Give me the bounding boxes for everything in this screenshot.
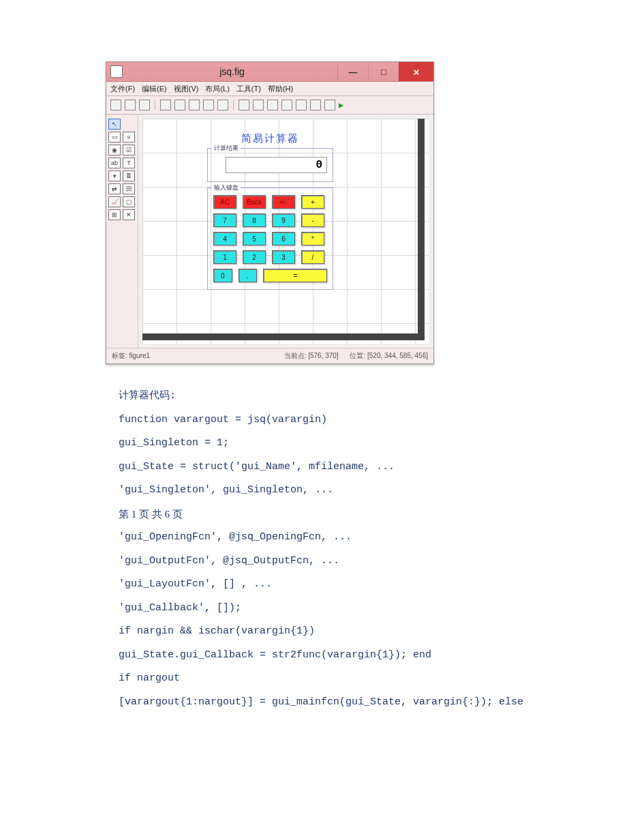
key-4[interactable]: 4: [213, 232, 236, 245]
close-button[interactable]: ×: [399, 62, 433, 81]
key-ac[interactable]: AC: [213, 195, 236, 209]
tool-align-icon[interactable]: [239, 100, 249, 110]
tool-open-icon[interactable]: [125, 100, 136, 110]
tool-save-icon[interactable]: [139, 100, 150, 110]
palette-table-icon[interactable]: 田: [123, 183, 135, 194]
minimize-button[interactable]: —: [337, 62, 368, 81]
keypad-panel: 输入键盘 AC Back +/- + 7 8 9 -: [207, 188, 333, 290]
tool-paste-icon[interactable]: [189, 100, 200, 110]
code-line: gui_Singleton = 1;: [119, 432, 562, 456]
tool-undo-icon[interactable]: [203, 100, 214, 110]
key-div[interactable]: /: [301, 250, 324, 264]
palette-edit-icon[interactable]: ab: [108, 158, 121, 168]
palette-pushbutton-icon[interactable]: ▭: [108, 132, 121, 143]
menu-file[interactable]: 文件(F): [110, 84, 135, 94]
toolbar: ▶: [106, 96, 433, 115]
calculator-ui: 简易计算器 计算结果 0 输入键盘 AC Back +/- +: [207, 132, 333, 290]
key-9[interactable]: 9: [272, 213, 295, 227]
tool-copy-icon[interactable]: [174, 100, 185, 110]
palette-static-icon[interactable]: T: [123, 158, 135, 168]
code-header: 计算器代码:: [119, 385, 562, 408]
menu-edit[interactable]: 编辑(E): [142, 84, 167, 94]
keypad-legend: 输入键盘: [212, 183, 241, 192]
key-6[interactable]: 6: [272, 232, 295, 245]
key-sign[interactable]: +/-: [272, 195, 295, 209]
tool-toolbar-editor-icon[interactable]: [281, 100, 292, 110]
key-1[interactable]: 1: [213, 250, 236, 264]
key-dot[interactable]: .: [239, 269, 258, 282]
code-line: gui_State.gui_Callback = str2func(vararg…: [119, 644, 562, 668]
key-eq[interactable]: =: [263, 269, 327, 282]
tool-mfile-editor-icon[interactable]: [296, 100, 307, 110]
tool-tab-order-icon[interactable]: [267, 100, 278, 110]
toolbar-separator: [233, 100, 234, 110]
key-2[interactable]: 2: [243, 250, 266, 264]
code-line: 'gui_OpeningFcn', @jsq_OpeningFcn, ...: [119, 526, 562, 550]
statusbar: 标签: figure1 当前点: [576, 370] 位置: [520, 34…: [106, 348, 433, 363]
tool-menu-editor-icon[interactable]: [253, 100, 264, 110]
palette-axes-icon[interactable]: 📈: [108, 196, 121, 207]
window-title: jsq.fig: [127, 66, 337, 77]
tool-cut-icon[interactable]: [160, 100, 171, 110]
tool-object-browser-icon[interactable]: [324, 100, 335, 110]
result-panel: 计算结果 0: [207, 148, 333, 182]
code-line: if nargin && ischar(varargin{1}): [119, 620, 562, 644]
code-line: function varargout = jsq(varargin): [119, 408, 562, 432]
key-plus[interactable]: +: [301, 195, 324, 209]
key-minus[interactable]: -: [301, 213, 324, 227]
guide-window: jsq.fig — □ × 文件(F) 编辑(E) 视图(V) 布局(L) 工具…: [106, 61, 434, 364]
menu-view[interactable]: 视图(V): [174, 84, 199, 94]
component-palette: ↖ ▭ ≡ ◉ ☑ ab T ▾ ≣ ⇄: [106, 115, 138, 348]
palette-checkbox-icon[interactable]: ☑: [123, 145, 135, 155]
key-mul[interactable]: *: [301, 232, 324, 245]
key-5[interactable]: 5: [243, 232, 266, 245]
menu-layout[interactable]: 布局(L): [205, 84, 229, 94]
status-point: 当前点: [576, 370]: [284, 352, 339, 359]
result-display: 0: [226, 157, 327, 173]
menu-help[interactable]: 帮助(H): [268, 84, 293, 94]
palette-popupmenu-icon[interactable]: ▾: [108, 170, 121, 181]
maximize-button[interactable]: □: [368, 62, 399, 81]
menubar: 文件(F) 编辑(E) 视图(V) 布局(L) 工具(T) 帮助(H): [106, 82, 433, 96]
palette-select-icon[interactable]: ↖: [108, 119, 121, 130]
status-tag: 标签: figure1: [112, 351, 150, 361]
code-line: 'gui_LayoutFcn', [] , ...: [119, 573, 562, 597]
page-indicator: 第 1 页 共 6 页: [119, 503, 562, 526]
code-block: 计算器代码: function varargout = jsq(varargin…: [119, 385, 562, 714]
palette-activex-icon[interactable]: ✕: [123, 209, 135, 220]
palette-radiobutton-icon[interactable]: ◉: [108, 145, 121, 155]
palette-slider-icon[interactable]: ≡: [123, 132, 135, 143]
palette-togglebutton-icon[interactable]: ⇄: [108, 183, 121, 194]
code-line: gui_State = struct('gui_Name', mfilename…: [119, 456, 562, 479]
palette-buttongroup-icon[interactable]: ⊞: [108, 209, 121, 220]
code-line: 'gui_Singleton', gui_Singleton, ...: [119, 479, 562, 503]
tool-new-icon[interactable]: [110, 100, 121, 110]
tool-redo-icon[interactable]: [217, 100, 228, 110]
code-line: 'gui_OutputFcn', @jsq_OutputFcn, ...: [119, 550, 562, 574]
key-8[interactable]: 8: [243, 213, 266, 227]
app-icon: [110, 65, 123, 78]
figure-canvas[interactable]: 简易计算器 计算结果 0 输入键盘 AC Back +/- +: [142, 119, 429, 344]
palette-panel-icon[interactable]: ▢: [123, 196, 135, 207]
result-legend: 计算结果: [212, 144, 241, 153]
tool-run-icon[interactable]: ▶: [339, 100, 343, 110]
code-line: if nargout: [119, 667, 562, 691]
tool-property-inspector-icon[interactable]: [310, 100, 321, 110]
titlebar: jsq.fig — □ ×: [106, 62, 433, 82]
palette-listbox-icon[interactable]: ≣: [123, 170, 135, 181]
key-0[interactable]: 0: [213, 269, 232, 282]
toolbar-separator: [155, 100, 155, 110]
code-line: 'gui_Callback', []);: [119, 597, 562, 621]
menu-tools[interactable]: 工具(T): [236, 84, 261, 94]
key-7[interactable]: 7: [213, 213, 236, 227]
status-position: 位置: [520, 344, 585, 456]: [350, 352, 428, 359]
code-line: [varargout{1:nargout}] = gui_mainfcn(gui…: [119, 691, 562, 715]
key-back[interactable]: Back: [243, 195, 266, 209]
key-3[interactable]: 3: [272, 250, 295, 264]
